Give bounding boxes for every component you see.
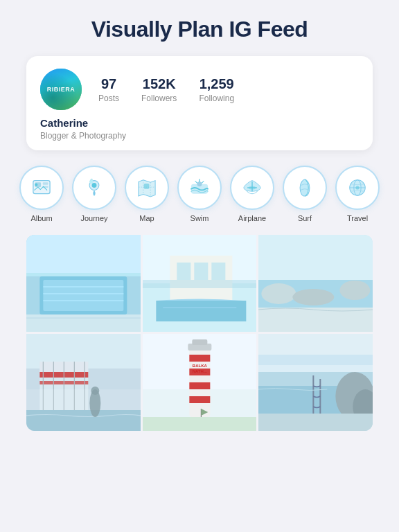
svg-rect-54 <box>26 389 141 410</box>
story-swim[interactable]: Swim <box>177 166 222 222</box>
photo-grid: BALKA NATH... <box>26 235 373 431</box>
svg-point-7 <box>89 180 93 184</box>
svg-rect-63 <box>189 396 210 403</box>
story-circle-album[interactable] <box>19 166 64 210</box>
svg-rect-8 <box>144 184 150 189</box>
svg-rect-23 <box>26 235 141 273</box>
svg-text:NATH...: NATH... <box>192 369 207 373</box>
story-circle-map[interactable] <box>125 166 169 210</box>
svg-rect-62 <box>189 382 210 389</box>
svg-point-4 <box>35 184 37 186</box>
svg-rect-24 <box>26 314 141 332</box>
story-circle-swim[interactable] <box>177 166 222 210</box>
svg-rect-2 <box>43 182 48 184</box>
svg-rect-41 <box>258 308 373 332</box>
svg-point-11 <box>249 186 256 189</box>
story-airplane[interactable]: Airplane <box>230 166 274 222</box>
svg-rect-60 <box>189 355 210 362</box>
svg-rect-19 <box>43 280 123 311</box>
profile-bio: Blogger & Photography <box>40 131 359 141</box>
svg-rect-34 <box>143 280 257 288</box>
svg-rect-80 <box>258 414 373 431</box>
svg-point-15 <box>355 186 359 189</box>
svg-rect-32 <box>156 301 246 321</box>
grid-cell-pool1[interactable] <box>26 235 141 332</box>
grid-cell-ship[interactable] <box>26 334 141 431</box>
svg-text:BALKA: BALKA <box>192 364 207 368</box>
svg-point-38 <box>262 283 296 304</box>
story-travel[interactable]: Travel <box>335 166 380 222</box>
stat-posts: 97 Posts <box>98 76 119 103</box>
stats-row: 97 Posts 152K Followers 1,259 Following <box>98 76 234 103</box>
grid-cell-beach[interactable] <box>258 235 373 332</box>
stat-following: 1,259 Following <box>199 76 234 103</box>
grid-cell-infinity[interactable] <box>143 235 257 332</box>
story-circle-airplane[interactable] <box>230 166 274 210</box>
svg-rect-31 <box>211 263 225 280</box>
svg-rect-53 <box>26 410 141 431</box>
avatar: RIBIERA <box>40 69 82 110</box>
profile-card: RIBIERA 97 Posts 152K Followers 1,259 Fo… <box>26 56 373 150</box>
stories-row: Album Journey <box>14 163 385 225</box>
grid-cell-lighthouse[interactable]: BALKA NATH... <box>143 334 257 431</box>
page-title: Visually Plan IG Feed <box>91 17 308 42</box>
profile-name: Catherine <box>40 117 359 129</box>
profile-header: RIBIERA 97 Posts 152K Followers 1,259 Fo… <box>40 69 359 110</box>
story-surf[interactable]: Surf <box>283 166 327 222</box>
page: Visually Plan IG Feed RIBIERA 97 Posts 1… <box>0 0 399 532</box>
svg-point-39 <box>293 289 335 305</box>
svg-point-10 <box>197 181 202 186</box>
story-circle-surf[interactable] <box>283 166 327 210</box>
svg-rect-73 <box>258 334 373 355</box>
stat-followers: 152K Followers <box>141 76 177 103</box>
svg-rect-65 <box>192 339 207 345</box>
story-journey[interactable]: Journey <box>72 166 116 222</box>
svg-rect-68 <box>143 417 257 431</box>
svg-point-40 <box>340 281 371 300</box>
svg-rect-29 <box>177 263 190 280</box>
svg-point-56 <box>91 387 99 395</box>
svg-rect-30 <box>194 263 208 280</box>
story-circle-journey[interactable] <box>72 166 116 210</box>
story-album[interactable]: Album <box>19 166 64 222</box>
grid-cell-ocean[interactable] <box>258 334 373 431</box>
story-circle-travel[interactable] <box>335 166 380 210</box>
svg-point-6 <box>92 183 97 188</box>
story-map[interactable]: Map <box>125 166 169 222</box>
svg-rect-36 <box>258 235 373 280</box>
